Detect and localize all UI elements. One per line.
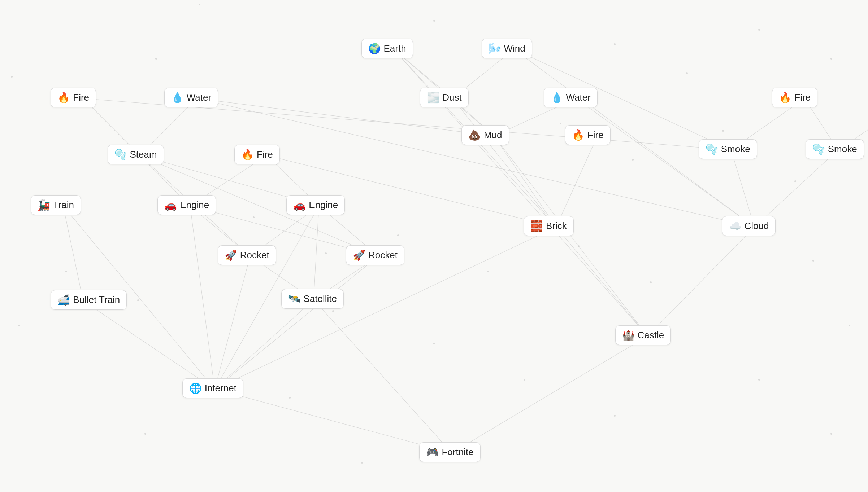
craft-node-rocket1[interactable]: 🚀Rocket [218,245,276,265]
svg-line-12 [197,98,755,227]
craft-node-water2[interactable]: 💧Water [544,88,598,107]
train-icon: 🚂 [38,199,50,211]
svg-line-45 [215,256,250,389]
craft-node-fire2[interactable]: 🔥Fire [234,145,280,164]
craft-node-cloud[interactable]: ☁️Cloud [722,216,776,236]
rocket1-label: Rocket [240,250,269,261]
craft-node-earth[interactable]: 🌍Earth [361,39,413,58]
craft-node-fire3[interactable]: 🔥Fire [565,125,611,145]
decoration-dot [614,43,616,45]
smoke2-label: Smoke [828,144,857,155]
decoration-dot [560,123,561,124]
internet-label: Internet [205,383,236,394]
decoration-dot [830,58,832,60]
svg-line-29 [556,136,598,227]
craft-node-fire1[interactable]: 🔥Fire [51,88,96,107]
decoration-dot [361,462,363,464]
svg-line-41 [556,227,647,336]
svg-line-32 [63,206,83,301]
svg-line-43 [648,227,755,336]
craft-node-rocket2[interactable]: 🚀Rocket [346,245,404,265]
craft-node-castle[interactable]: 🏰Castle [615,325,671,345]
brick-label: Brick [546,220,567,232]
smoke1-label: Smoke [721,144,750,155]
steam-label: Steam [130,149,157,160]
svg-line-26 [267,155,556,227]
craft-node-engine1[interactable]: 🚗Engine [157,195,216,215]
craft-node-fire_r1[interactable]: 🔥Fire [772,88,817,107]
bullet_train-icon: 🚅 [57,294,70,306]
decoration-dot [830,433,832,435]
decoration-dot [614,415,616,417]
decoration-dot [578,245,580,247]
svg-line-36 [190,206,214,389]
water1-label: Water [187,92,211,103]
earth-icon: 🌍 [368,43,381,54]
craft-node-dust[interactable]: 🌫️Dust [420,88,468,107]
craft-node-fortnite[interactable]: 🎮Fortnite [419,442,480,462]
cloud-label: Cloud [745,220,769,232]
fire1-label: Fire [73,92,89,103]
craft-node-smoke2[interactable]: 🫧Smoke [806,139,864,159]
dust-label: Dust [442,92,461,103]
decoration-dot [758,379,760,381]
decoration-dot [812,260,814,262]
wind1-label: Wind [504,43,525,54]
decoration-dot [397,234,399,236]
decoration-dot [650,281,652,283]
craft-node-bullet_train[interactable]: 🚅Bullet Train [51,290,127,310]
svg-line-50 [314,300,452,453]
svg-line-28 [494,136,648,336]
svg-line-39 [314,206,319,300]
craft-node-smoke1[interactable]: 🫧Smoke [699,139,757,159]
steam-icon: 🫧 [114,149,127,161]
decoration-dot [199,4,200,5]
fire_r1-label: Fire [794,92,811,103]
decoration-dot [144,433,146,435]
decoration-dot [632,159,634,161]
craft-node-brick[interactable]: 🧱Brick [524,216,574,236]
decoration-dot [18,325,20,326]
rocket1-icon: 🚀 [225,249,237,261]
brick-icon: 🧱 [530,220,543,232]
craft-node-wind1[interactable]: 🌬️Wind [482,39,532,58]
decoration-dot [289,397,291,399]
mud-icon: 💩 [468,129,481,141]
water1-icon: 💧 [171,92,184,104]
decoration-dot [137,299,139,301]
train-label: Train [53,199,74,211]
fire1-icon: 🔥 [57,92,70,104]
craft-node-steam[interactable]: 🫧Steam [108,145,164,164]
earth-label: Earth [384,43,406,54]
castle-label: Castle [638,330,664,341]
fortnite-label: Fortnite [442,447,473,458]
water2-icon: 💧 [551,92,563,104]
craft-node-satellite[interactable]: 🛰️Satellite [281,289,344,309]
craft-node-internet[interactable]: 🌐Internet [182,378,243,398]
rocket2-label: Rocket [368,250,398,261]
svg-line-6 [514,49,755,227]
decoration-dot [524,379,525,381]
craft-node-water1[interactable]: 💧Water [164,88,218,107]
decoration-dot [155,58,157,60]
svg-line-16 [576,98,755,227]
svg-line-47 [215,256,378,389]
rocket2-icon: 🚀 [353,249,365,261]
internet-icon: 🌐 [189,382,202,394]
svg-line-13 [452,98,556,227]
craft-node-train[interactable]: 🚂Train [31,195,81,215]
wind1-icon: 🌬️ [489,43,501,54]
water2-label: Water [566,92,591,103]
svg-line-52 [452,336,647,453]
engine1-label: Engine [180,199,209,211]
satellite-icon: 🛰️ [288,293,301,305]
fortnite-icon: 🎮 [426,446,439,458]
svg-line-51 [215,389,452,453]
decoration-dot [325,252,327,254]
satellite-label: Satellite [304,293,337,304]
castle-icon: 🏰 [622,329,635,341]
smoke2-icon: 🫧 [812,143,825,155]
craft-node-engine2[interactable]: 🚗Engine [286,195,345,215]
craft-node-mud[interactable]: 💩Mud [461,125,509,145]
smoke1-icon: 🫧 [706,143,718,155]
